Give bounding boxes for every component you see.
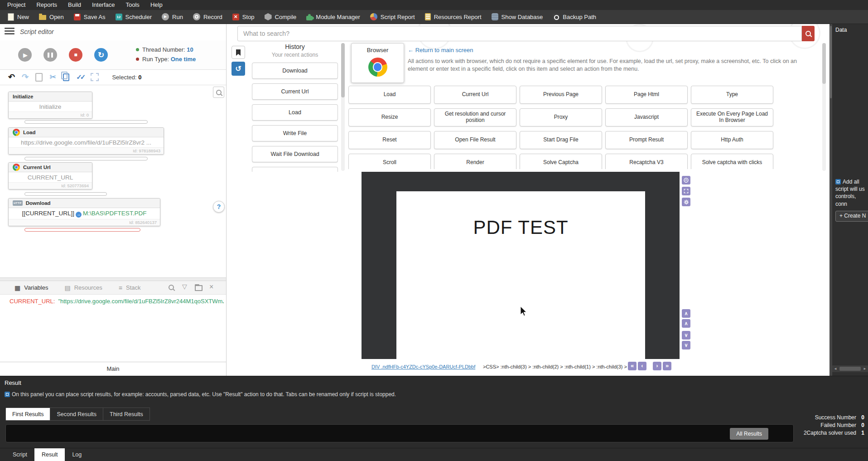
selector-first-button[interactable]: «	[628, 362, 637, 370]
selected-element-link[interactable]: DIV .ndfHFb-c4YZDc-cYSp0e-DARUcf-PLDbbf	[371, 364, 475, 369]
selector-next-button[interactable]: ›	[653, 362, 661, 370]
insertion-point-pill[interactable]	[24, 228, 140, 232]
expand-preview-button[interactable]	[682, 187, 690, 195]
variables-filter-icon[interactable]: ▽	[182, 283, 187, 290]
selector-last-button[interactable]: »	[663, 362, 671, 370]
history-item[interactable]: Write File	[252, 125, 338, 141]
action-button[interactable]: Javascript	[605, 108, 688, 126]
action-button[interactable]: Previous Page	[520, 86, 602, 104]
action-button[interactable]: Render	[434, 154, 516, 169]
action-block-download[interactable]: HTTPDownload [[CURRENT_URL]]→M:\BAS\PDFT…	[8, 198, 160, 226]
connector-pill[interactable]	[24, 120, 148, 124]
result-tab[interactable]: Third Results	[103, 408, 150, 421]
action-block-current-url[interactable]: Current Url CURRENT_URL Id: 520773694	[8, 162, 92, 189]
tab-variables[interactable]: ▦Variables	[14, 284, 48, 291]
stop-button[interactable]: ■	[69, 48, 82, 62]
action-button[interactable]: Get resolution and cursor position	[434, 108, 516, 126]
main-function-label[interactable]: Main	[0, 362, 226, 376]
history-item[interactable]: Current Url	[252, 83, 338, 100]
toolbar-button[interactable]: Module Manager	[301, 10, 365, 24]
toolbar-button[interactable]: Show Database	[487, 10, 548, 24]
restart-button[interactable]: ↻	[94, 48, 108, 62]
canvas-search-button[interactable]	[213, 87, 224, 98]
scroll-bottom-button[interactable]: ∨	[682, 341, 690, 349]
bottom-tab[interactable]: Result	[34, 448, 65, 461]
pdf-page[interactable]: PDF TEST	[396, 191, 645, 359]
action-button[interactable]: Execute On Every Page Load In Browser	[691, 108, 773, 126]
toolbar-button[interactable]: Stop	[227, 10, 260, 24]
action-button[interactable]: Prompt Result	[605, 131, 688, 149]
return-to-main-screen-link[interactable]: Return to main screen	[408, 47, 473, 53]
variable-row[interactable]: CURRENT_URL: "https://drive.google.com/f…	[6, 298, 224, 305]
toolbar-button[interactable]: Save As	[69, 10, 111, 24]
menu-item[interactable]: Project	[2, 0, 31, 10]
action-button[interactable]: Reset	[348, 131, 431, 149]
action-button[interactable]: Solve captcha with clicks	[691, 154, 773, 169]
toolbar-button[interactable]: New	[3, 10, 34, 24]
bookmark-button[interactable]	[231, 46, 245, 59]
paste-icon[interactable]	[35, 73, 43, 82]
selection-box-icon[interactable]	[91, 73, 99, 81]
scroll-down-button[interactable]: ∨	[682, 331, 690, 340]
variables-folder-icon[interactable]	[195, 285, 203, 292]
result-tab[interactable]: Second Results	[50, 408, 103, 421]
toolbar-button[interactable]: Scheduler	[111, 10, 157, 24]
actions-scrollbar[interactable]	[822, 43, 826, 171]
bottom-tab[interactable]: Log	[65, 448, 89, 461]
create-new-button[interactable]: + Create N	[835, 211, 868, 222]
action-button[interactable]: Http Auth	[691, 131, 773, 149]
history-button[interactable]: ↺	[231, 62, 245, 76]
run-type-value[interactable]: One time	[171, 56, 196, 63]
menu-item[interactable]: Interface	[87, 0, 121, 10]
action-button[interactable]: Current Url	[434, 86, 516, 104]
toolbar-button[interactable]: Open	[34, 10, 69, 24]
thread-number-value[interactable]: 10	[187, 46, 193, 53]
connector-pill[interactable]	[24, 157, 148, 160]
history-item[interactable]: Get information about tabs	[252, 167, 338, 172]
action-block-load[interactable]: Load https://drive.google.com/file/d/1uF…	[8, 127, 164, 155]
action-button[interactable]: Page Html	[605, 86, 688, 104]
data-panel-hscrollbar[interactable]: ◄►	[832, 365, 868, 372]
redo-icon[interactable]: ↷	[22, 73, 29, 81]
action-button[interactable]: Type	[691, 86, 773, 104]
tab-stack[interactable]: ≡Stack	[119, 284, 141, 291]
menu-item[interactable]: Tools	[121, 0, 145, 10]
cut-scissors-icon[interactable]: ✂	[49, 73, 56, 81]
browser-preview[interactable]: PDF TEST	[362, 172, 680, 359]
toolbar-button[interactable]: Resources Report	[420, 10, 487, 24]
play-button[interactable]: ▶	[18, 48, 32, 62]
action-button[interactable]: Load	[348, 86, 431, 104]
toolbar-button[interactable]: Compile	[260, 10, 302, 24]
action-button[interactable]: Open File Result	[434, 131, 516, 149]
menu-item[interactable]: Reports	[31, 0, 63, 10]
toolbar-button[interactable]: Run	[157, 10, 188, 24]
action-button[interactable]: Proxy	[520, 108, 602, 126]
search-input[interactable]	[237, 26, 802, 41]
connector-pill[interactable]	[24, 192, 107, 196]
undo-icon[interactable]: ↶	[8, 73, 15, 81]
history-item[interactable]: Download	[252, 63, 338, 79]
history-item[interactable]: Load	[252, 104, 338, 121]
selector-prev-button[interactable]: ‹	[638, 362, 646, 370]
scroll-right-arrow-icon[interactable]: ►	[863, 367, 867, 371]
menu-item[interactable]: Help	[145, 0, 168, 10]
toolbar-button[interactable]: Script Report	[365, 10, 420, 24]
menu-item[interactable]: Build	[63, 0, 87, 10]
data-panel-scrollbar[interactable]	[829, 24, 832, 376]
tab-resources[interactable]: ▤Resources	[64, 284, 102, 291]
toolbar-button[interactable]: Backup Path	[548, 10, 601, 24]
variables-close-icon[interactable]: ×	[209, 283, 213, 291]
action-button[interactable]: Resize	[348, 108, 431, 126]
hamburger-menu-icon[interactable]	[5, 28, 14, 36]
panel-splitter[interactable]	[0, 277, 226, 281]
action-block-initialize[interactable]: Initialize Initialize Id: 0	[8, 92, 92, 119]
help-button[interactable]: ?	[213, 201, 225, 213]
history-item[interactable]: Wait File Download	[252, 146, 338, 162]
variables-search-icon[interactable]	[169, 284, 174, 291]
pause-button[interactable]	[43, 48, 57, 62]
history-scrollbar[interactable]	[341, 43, 345, 171]
all-results-button[interactable]: All Results	[730, 428, 768, 440]
result-tab[interactable]: First Results	[5, 408, 50, 421]
copy-icon[interactable]	[63, 73, 69, 81]
scroll-top-button[interactable]: ∧	[682, 309, 690, 318]
